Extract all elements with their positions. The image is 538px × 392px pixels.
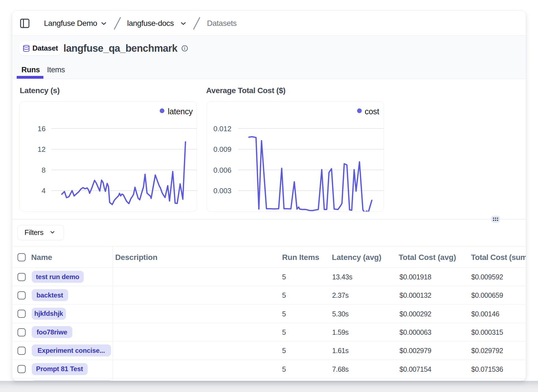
svg-text:0.012: 0.012 [213, 125, 231, 133]
svg-text:latency: latency [168, 107, 193, 116]
svg-text:4: 4 [42, 187, 46, 195]
svg-text:16: 16 [38, 125, 46, 133]
svg-text:12: 12 [38, 145, 46, 153]
svg-text:0.009: 0.009 [213, 145, 231, 153]
svg-text:cost: cost [365, 107, 379, 116]
svg-text:0.003: 0.003 [213, 187, 231, 195]
svg-text:0.006: 0.006 [213, 166, 231, 174]
svg-text:8: 8 [42, 166, 46, 174]
